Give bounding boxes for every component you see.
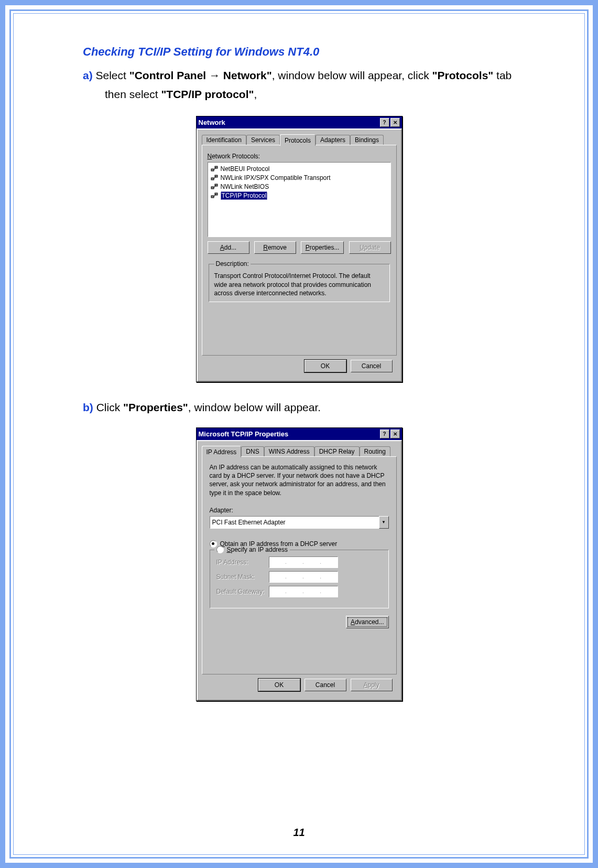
ip-panel-description: An IP address can be automatically assig… <box>210 463 389 497</box>
tab-wins-address[interactable]: WINS Address <box>264 446 314 457</box>
update-button: Update <box>349 241 391 254</box>
list-item-label: TCP/IP Protocol <box>221 191 268 200</box>
add-button[interactable]: Add... <box>208 241 249 254</box>
page-outer-border: Checking TCI/IP Setting for Windows NT4.… <box>0 0 598 868</box>
chevron-down-icon[interactable]: ▼ <box>379 516 389 529</box>
section-heading: Checking TCI/IP Setting for Windows NT4.… <box>83 45 537 59</box>
subnet-mask-label: Subnet Mask: <box>216 573 269 581</box>
adapter-combobox[interactable]: ▼ <box>210 516 389 529</box>
adapter-label: Adapter: <box>210 507 389 514</box>
network-dialog-footer: OK Cancel <box>202 356 397 377</box>
list-item[interactable]: NetBEUI Protocol <box>210 164 388 173</box>
page-number: 11 <box>14 827 584 839</box>
step-b-text2: , window below will appear. <box>188 401 321 413</box>
subnet-mask-input: ... <box>269 571 338 583</box>
ip-address-label: IP Address: <box>216 559 269 566</box>
tcpip-dialog: Microsoft TCP/IP Properties ? ✕ IP Addre… <box>196 427 403 701</box>
list-item[interactable]: NWLink IPX/SPX Compatible Transport <box>210 173 388 182</box>
network-dialog-title: Network <box>199 119 225 126</box>
tab-dhcp-relay[interactable]: DHCP Relay <box>314 446 360 457</box>
page-mid-border: Checking TCI/IP Setting for Windows NT4.… <box>9 9 589 859</box>
network-dialog-titlebar[interactable]: Network ? ✕ <box>197 116 402 128</box>
tcpip-dialog-body: IP Address DNS WINS Address DHCP Relay R… <box>197 440 402 701</box>
tab-protocols[interactable]: Protocols <box>280 134 316 146</box>
step-b-bold1: "Properties" <box>123 401 188 413</box>
tcpip-dialog-titlebar[interactable]: Microsoft TCP/IP Properties ? ✕ <box>197 428 402 440</box>
page-inner-border: Checking TCI/IP Setting for Windows NT4.… <box>13 13 585 855</box>
list-item-selected[interactable]: TCP/IP Protocol <box>210 191 388 200</box>
step-a-bold3: "TCP/IP protocol" <box>161 88 254 100</box>
radio-icon <box>216 546 224 553</box>
cancel-button[interactable]: Cancel <box>351 360 393 372</box>
step-a-bold2: "Protocols" <box>432 69 494 81</box>
advanced-row: Advanced... <box>210 616 389 628</box>
default-gateway-label: Default Gateway: <box>216 588 269 595</box>
radio-icon <box>210 540 217 548</box>
network-protocols-label: Network Protocols: <box>208 153 391 160</box>
close-icon[interactable]: ✕ <box>390 118 400 127</box>
description-text: Transport Control Protocol/Internet Prot… <box>214 272 384 297</box>
step-a-text5: , <box>254 88 257 100</box>
default-gateway-input: ... <box>269 586 338 597</box>
tcpip-dialog-title: Microsoft TCP/IP Properties <box>199 430 289 438</box>
protocol-icon <box>211 191 219 199</box>
ok-button[interactable]: OK <box>305 360 346 372</box>
close-icon[interactable]: ✕ <box>390 430 400 438</box>
adapter-value[interactable] <box>210 516 379 529</box>
apply-button: Apply <box>351 679 393 691</box>
help-icon[interactable]: ? <box>380 118 389 127</box>
ok-button[interactable]: OK <box>258 679 300 691</box>
cancel-button[interactable]: Cancel <box>305 679 346 691</box>
step-a-paragraph: a) Select "Control Panel → Network", win… <box>83 66 537 103</box>
ip-address-row: IP Address: ... <box>216 556 382 568</box>
advanced-button[interactable]: Advanced... <box>346 616 388 628</box>
list-item[interactable]: NWLink NetBIOS <box>210 182 388 191</box>
list-item-label: NWLink IPX/SPX Compatible Transport <box>221 174 331 181</box>
subnet-mask-row: Subnet Mask: ... <box>216 571 382 583</box>
list-item-label: NetBEUI Protocol <box>221 165 270 173</box>
step-b-text1: Click <box>93 401 123 413</box>
tab-ip-address[interactable]: IP Address <box>202 446 242 457</box>
network-dialog: Network ? ✕ Identification Services Prot… <box>196 116 403 382</box>
specify-ip-group: Specify an IP address IP Address: ... Su… <box>210 550 389 608</box>
properties-button[interactable]: Properties... <box>301 241 344 254</box>
protocols-button-row: Add... Remove Properties... Update <box>208 241 391 254</box>
svg-rect-9 <box>211 196 214 198</box>
protocol-icon <box>211 174 219 181</box>
remove-button[interactable]: Remove <box>254 241 296 254</box>
description-fieldset: Description: Transport Control Protocol/… <box>209 260 390 302</box>
step-a-text3: tab <box>493 69 512 81</box>
step-a-text1: Select <box>93 69 129 81</box>
tab-adapters[interactable]: Adapters <box>316 135 350 145</box>
step-b-letter: b) <box>83 401 93 413</box>
tcpip-dialog-footer: OK Cancel Apply <box>202 674 397 695</box>
ip-address-panel: An IP address can be automatically assig… <box>202 456 397 674</box>
network-dialog-body: Identification Services Protocols Adapte… <box>197 128 402 382</box>
protocols-panel: Network Protocols: NetBEUI Protocol NWLi… <box>202 145 397 356</box>
tcpip-tabs: IP Address DNS WINS Address DHCP Relay R… <box>202 445 397 457</box>
protocol-icon <box>211 183 219 190</box>
tab-routing[interactable]: Routing <box>360 446 390 457</box>
step-a-text4: then select <box>105 88 161 100</box>
default-gateway-row: Default Gateway: ... <box>216 586 382 597</box>
step-a-bold1: "Control Panel → Network" <box>129 69 272 81</box>
description-legend: Description: <box>214 260 251 267</box>
step-a-text2: , window below will appear, click <box>272 69 432 81</box>
svg-rect-3 <box>211 178 214 180</box>
tab-identification[interactable]: Identification <box>202 135 246 145</box>
tab-services[interactable]: Services <box>246 135 280 145</box>
list-item-label: NWLink NetBIOS <box>221 183 269 190</box>
svg-rect-0 <box>211 169 214 171</box>
help-icon[interactable]: ? <box>380 430 389 438</box>
radio-specify-label: Specify an IP address <box>227 546 288 553</box>
step-b-paragraph: b) Click "Properties", window below will… <box>83 398 537 417</box>
protocol-icon <box>211 165 219 173</box>
svg-rect-6 <box>211 187 214 189</box>
tab-dns[interactable]: DNS <box>241 446 264 457</box>
ip-address-input: ... <box>269 556 338 568</box>
network-tabs: Identification Services Protocols Adapte… <box>202 134 397 145</box>
tab-bindings[interactable]: Bindings <box>350 135 384 145</box>
protocols-listbox[interactable]: NetBEUI Protocol NWLink IPX/SPX Compatib… <box>208 162 391 237</box>
step-a-letter: a) <box>83 69 93 81</box>
